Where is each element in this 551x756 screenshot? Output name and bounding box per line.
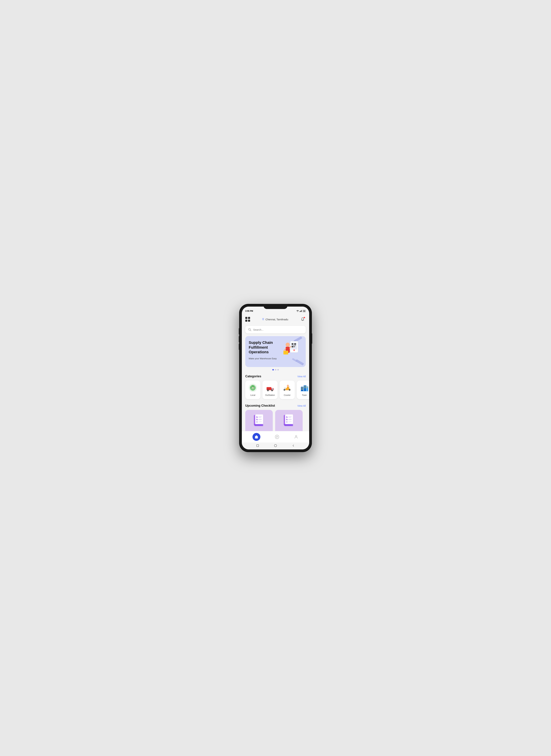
- carousel-dots: [242, 369, 309, 370]
- categories-scroll: Local: [242, 380, 309, 402]
- svg-rect-2: [300, 311, 301, 312]
- svg-point-37: [287, 385, 289, 387]
- list-icon: [274, 434, 280, 439]
- logo-dot-3: [245, 320, 247, 322]
- svg-point-18: [286, 343, 290, 347]
- local-icon: [248, 383, 257, 392]
- status-time: 3:55 PM: [245, 310, 253, 312]
- svg-rect-58: [307, 387, 308, 388]
- checklist-image-2: [275, 410, 303, 431]
- battery-indicator: 32: [303, 310, 306, 312]
- svg-rect-84: [288, 422, 290, 423]
- svg-rect-56: [304, 387, 305, 388]
- nav-list[interactable]: [274, 434, 280, 439]
- svg-point-6: [263, 319, 263, 319]
- svg-point-90: [296, 435, 297, 437]
- svg-rect-16: [294, 346, 295, 347]
- checklist-scroll: Customer Name: [242, 409, 309, 431]
- carousel-dot-1[interactable]: [272, 369, 274, 370]
- svg-rect-54: [304, 386, 305, 387]
- svg-rect-83: [288, 421, 292, 422]
- nav-home[interactable]: [252, 433, 260, 441]
- checklist-image-1: [245, 410, 273, 431]
- logo-dot-1: [245, 317, 247, 319]
- town-icon: [300, 383, 309, 392]
- svg-rect-31: [272, 388, 273, 390]
- phone-screen: 3:55 PM 32: [242, 307, 309, 449]
- app-logo[interactable]: [245, 317, 250, 322]
- app-header: Chennai, Tamilnadu: [242, 314, 309, 324]
- svg-rect-69: [256, 421, 257, 423]
- carousel-dot-3[interactable]: [278, 369, 279, 370]
- svg-line-46: [289, 387, 289, 387]
- category-outstation-label: OutStation: [265, 394, 275, 396]
- categories-view-all[interactable]: View All: [297, 375, 306, 378]
- promo-banner[interactable]: Supply Chain Fulfillment Operations Make…: [245, 336, 306, 367]
- svg-rect-52: [302, 389, 302, 390]
- categories-title: Categories: [245, 375, 261, 378]
- svg-rect-15: [295, 345, 296, 346]
- home-btn[interactable]: [274, 444, 277, 447]
- svg-rect-82: [286, 421, 288, 423]
- location-text: Chennai, Tamilnadu: [265, 318, 288, 321]
- banner-illustration: [280, 338, 304, 362]
- category-local[interactable]: Local: [245, 381, 260, 399]
- notch: [263, 304, 288, 309]
- search-input[interactable]: [253, 328, 303, 331]
- wifi-icon: [297, 310, 299, 312]
- svg-rect-51: [302, 387, 303, 388]
- svg-point-92: [274, 444, 277, 447]
- svg-rect-67: [258, 419, 262, 420]
- courier-icon: [283, 383, 292, 392]
- svg-point-45: [289, 390, 290, 390]
- svg-rect-53: [302, 389, 303, 390]
- svg-rect-50: [302, 387, 302, 388]
- svg-rect-3: [301, 311, 301, 312]
- location-display[interactable]: Chennai, Tamilnadu: [262, 318, 288, 321]
- bottom-nav: [242, 431, 309, 443]
- banner-title: Supply Chain Fulfillment Operations: [249, 340, 278, 354]
- svg-rect-36: [267, 388, 271, 390]
- svg-rect-12: [294, 343, 296, 345]
- svg-rect-70: [258, 421, 262, 422]
- svg-line-23: [284, 348, 286, 351]
- home-icon: [252, 433, 260, 441]
- checklist-item-2[interactable]: Customer Name: [275, 410, 303, 431]
- search-icon: [248, 328, 251, 331]
- status-icons: 32: [297, 310, 306, 312]
- svg-rect-55: [306, 386, 306, 387]
- svg-rect-77: [288, 417, 292, 417]
- svg-rect-64: [258, 417, 262, 417]
- svg-rect-1: [300, 311, 300, 312]
- app-content: Chennai, Tamilnadu: [242, 314, 309, 431]
- svg-rect-57: [306, 387, 306, 388]
- svg-rect-80: [288, 419, 292, 420]
- svg-point-33: [267, 390, 268, 391]
- svg-rect-78: [288, 417, 291, 418]
- square-btn[interactable]: [256, 444, 259, 447]
- search-box[interactable]: [245, 326, 306, 333]
- system-nav: [242, 443, 309, 449]
- svg-rect-68: [258, 420, 261, 420]
- svg-point-7: [248, 328, 250, 330]
- location-pin-icon: [262, 318, 264, 321]
- category-local-label: Local: [250, 394, 255, 396]
- svg-point-28: [252, 387, 253, 388]
- category-courier[interactable]: Courier: [280, 381, 295, 399]
- checklist-view-all[interactable]: View All: [297, 404, 306, 407]
- back-btn[interactable]: [292, 444, 295, 447]
- notification-badge: [304, 317, 305, 318]
- notification-button[interactable]: [300, 316, 306, 322]
- checklist-title: Upcoming Checklist: [245, 404, 275, 408]
- svg-rect-81: [288, 420, 291, 420]
- checklist-section-header: Upcoming Checklist View All: [242, 402, 309, 409]
- signal-icon: [300, 310, 302, 312]
- checklist-item-1[interactable]: Customer Name: [245, 410, 273, 431]
- logo-dot-4: [248, 320, 250, 322]
- carousel-dot-2[interactable]: [275, 369, 277, 370]
- category-town[interactable]: Town: [297, 381, 309, 399]
- svg-point-43: [284, 390, 285, 390]
- svg-rect-4: [301, 310, 302, 312]
- nav-profile[interactable]: [294, 434, 299, 439]
- category-outstation[interactable]: OutStation: [262, 381, 278, 399]
